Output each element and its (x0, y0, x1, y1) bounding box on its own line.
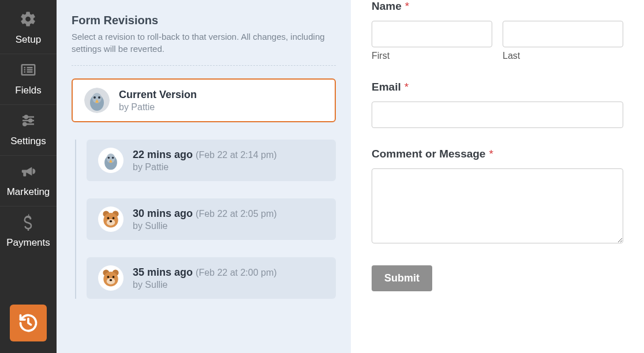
sidebar-item-label: Setup (16, 34, 41, 46)
svg-point-35 (107, 276, 110, 278)
revision-current[interactable]: Current Version by Pattie (72, 78, 336, 122)
comment-label: Comment or Message* (372, 148, 623, 160)
sidebar-item-label: Settings (10, 136, 46, 147)
email-input[interactable] (372, 102, 623, 128)
revision-current-author: by Pattie (119, 102, 197, 112)
first-name-input[interactable] (372, 21, 492, 47)
sliders-icon (20, 112, 37, 132)
svg-point-8 (25, 115, 28, 118)
svg-point-10 (29, 119, 32, 122)
list-icon (20, 61, 37, 81)
field-email: Email* (372, 81, 623, 128)
sidebar-item-label: Marketing (7, 186, 50, 198)
revision-item-title: 22 mins ago (Feb 22 at 2:14 pm) (133, 149, 277, 161)
revisions-subtitle: Select a revision to roll-back to that v… (72, 31, 336, 55)
submit-button[interactable]: Submit (372, 265, 432, 291)
svg-point-12 (23, 123, 26, 126)
revision-item-title: 30 mins ago (Feb 22 at 2:05 pm) (133, 208, 277, 220)
revision-item[interactable]: 35 mins ago (Feb 22 at 2:00 pm) by Sulli… (87, 257, 336, 299)
last-sublabel: Last (503, 51, 623, 61)
comment-textarea[interactable] (372, 168, 623, 243)
svg-point-28 (107, 217, 110, 219)
svg-point-29 (113, 217, 115, 219)
revisions-panel: Form Revisions Select a revision to roll… (57, 0, 351, 353)
revision-item-author: by Sullie (133, 280, 277, 290)
svg-point-36 (113, 276, 115, 278)
first-sublabel: First (372, 51, 492, 61)
sidebar-item-setup[interactable]: Setup (0, 3, 57, 54)
svg-point-22 (112, 157, 114, 159)
revision-item[interactable]: 30 mins ago (Feb 22 at 2:05 pm) by Sulli… (87, 198, 336, 240)
revisions-title: Form Revisions (72, 14, 336, 27)
avatar-bear (98, 265, 123, 291)
avatar-bear (98, 206, 123, 232)
sidebar-item-marketing[interactable]: Marketing (0, 156, 57, 206)
svg-point-37 (110, 279, 113, 281)
sidebar-item-settings[interactable]: Settings (0, 105, 57, 156)
svg-point-17 (98, 96, 100, 99)
divider (72, 65, 336, 66)
name-label: Name* (372, 0, 623, 13)
avatar-pigeon (98, 148, 123, 173)
gear-icon (20, 10, 37, 31)
bullhorn-icon (20, 163, 37, 183)
revision-item-author: by Pattie (133, 162, 277, 172)
history-button[interactable] (10, 305, 47, 341)
history-icon (18, 313, 39, 333)
email-label: Email* (372, 81, 623, 93)
sidebar-item-fields[interactable]: Fields (0, 54, 57, 105)
sidebar: Setup Fields Settings Marketing Payments (0, 0, 57, 353)
revision-item-title: 35 mins ago (Feb 22 at 2:00 pm) (133, 266, 277, 279)
revision-item-author: by Sullie (133, 221, 277, 231)
svg-point-16 (93, 96, 96, 99)
revision-list: 22 mins ago (Feb 22 at 2:14 pm) by Patti… (75, 140, 336, 299)
revision-item[interactable]: 22 mins ago (Feb 22 at 2:14 pm) by Patti… (87, 140, 336, 181)
avatar-pigeon (84, 88, 110, 113)
last-name-input[interactable] (503, 21, 623, 47)
dollar-icon (20, 213, 37, 234)
sidebar-item-label: Fields (15, 85, 41, 96)
revision-current-title: Current Version (119, 89, 197, 101)
field-comment: Comment or Message* (372, 148, 623, 246)
field-name: Name* First Last (372, 0, 623, 61)
form-preview: Name* First Last Email* Comment or Messa… (351, 0, 644, 353)
svg-point-30 (110, 220, 113, 223)
sidebar-item-payments[interactable]: Payments (0, 206, 57, 257)
sidebar-item-label: Payments (6, 237, 50, 249)
svg-point-21 (108, 157, 110, 159)
